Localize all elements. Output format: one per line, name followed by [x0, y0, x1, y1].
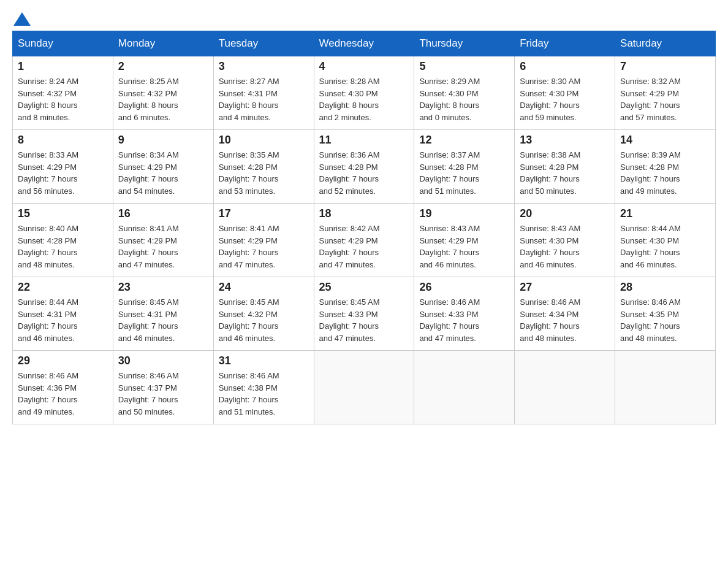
day-number: 8 — [18, 134, 108, 147]
day-info: Sunrise: 8:46 AMSunset: 4:35 PMDaylight:… — [620, 296, 710, 344]
calendar-cell: 19Sunrise: 8:43 AMSunset: 4:29 PMDayligh… — [414, 204, 515, 277]
day-number: 6 — [520, 60, 610, 73]
day-info: Sunrise: 8:36 AMSunset: 4:28 PMDaylight:… — [319, 149, 409, 197]
day-info: Sunrise: 8:44 AMSunset: 4:31 PMDaylight:… — [18, 296, 108, 344]
calendar-cell: 15Sunrise: 8:40 AMSunset: 4:28 PMDayligh… — [13, 204, 113, 277]
calendar-week-row: 8Sunrise: 8:33 AMSunset: 4:29 PMDaylight… — [13, 130, 716, 204]
day-header-monday: Monday — [113, 31, 213, 56]
day-info: Sunrise: 8:43 AMSunset: 4:29 PMDaylight:… — [419, 223, 509, 270]
day-info: Sunrise: 8:45 AMSunset: 4:31 PMDaylight:… — [118, 296, 208, 344]
calendar-week-row: 29Sunrise: 8:46 AMSunset: 4:36 PMDayligh… — [13, 351, 716, 424]
calendar-table: SundayMondayTuesdayWednesdayThursdayFrid… — [12, 31, 716, 424]
calendar-cell: 20Sunrise: 8:43 AMSunset: 4:30 PMDayligh… — [515, 204, 615, 277]
day-number: 9 — [118, 134, 208, 147]
day-header-friday: Friday — [515, 31, 615, 56]
day-info: Sunrise: 8:46 AMSunset: 4:34 PMDaylight:… — [520, 296, 610, 344]
day-info: Sunrise: 8:41 AMSunset: 4:29 PMDaylight:… — [118, 223, 208, 270]
day-info: Sunrise: 8:44 AMSunset: 4:30 PMDaylight:… — [620, 223, 710, 270]
logo-arrow-icon — [13, 12, 31, 26]
day-info: Sunrise: 8:28 AMSunset: 4:30 PMDaylight:… — [319, 75, 409, 123]
calendar-cell — [615, 351, 716, 424]
calendar-cell: 26Sunrise: 8:46 AMSunset: 4:33 PMDayligh… — [414, 277, 515, 351]
calendar-cell: 17Sunrise: 8:41 AMSunset: 4:29 PMDayligh… — [213, 204, 314, 277]
day-info: Sunrise: 8:46 AMSunset: 4:38 PMDaylight:… — [219, 370, 309, 418]
calendar-week-row: 15Sunrise: 8:40 AMSunset: 4:28 PMDayligh… — [13, 204, 716, 277]
day-info: Sunrise: 8:46 AMSunset: 4:33 PMDaylight:… — [419, 296, 509, 344]
calendar-week-row: 22Sunrise: 8:44 AMSunset: 4:31 PMDayligh… — [13, 277, 716, 351]
day-number: 18 — [319, 207, 409, 220]
calendar-header-row: SundayMondayTuesdayWednesdayThursdayFrid… — [13, 31, 716, 56]
day-number: 16 — [118, 207, 208, 220]
day-number: 17 — [219, 207, 309, 220]
day-header-sunday: Sunday — [13, 31, 113, 56]
day-number: 10 — [219, 134, 309, 147]
calendar-cell: 6Sunrise: 8:30 AMSunset: 4:30 PMDaylight… — [515, 56, 615, 130]
calendar-cell: 10Sunrise: 8:35 AMSunset: 4:28 PMDayligh… — [213, 130, 314, 204]
day-info: Sunrise: 8:45 AMSunset: 4:33 PMDaylight:… — [319, 296, 409, 344]
calendar-cell: 21Sunrise: 8:44 AMSunset: 4:30 PMDayligh… — [615, 204, 716, 277]
calendar-cell: 12Sunrise: 8:37 AMSunset: 4:28 PMDayligh… — [414, 130, 515, 204]
day-number: 7 — [620, 60, 710, 73]
day-number: 25 — [319, 281, 409, 294]
calendar-cell: 4Sunrise: 8:28 AMSunset: 4:30 PMDaylight… — [314, 56, 414, 130]
calendar-week-row: 1Sunrise: 8:24 AMSunset: 4:32 PMDaylight… — [13, 56, 716, 130]
day-header-wednesday: Wednesday — [314, 31, 414, 56]
day-number: 3 — [219, 60, 309, 73]
day-header-tuesday: Tuesday — [213, 31, 314, 56]
day-info: Sunrise: 8:34 AMSunset: 4:29 PMDaylight:… — [118, 149, 208, 197]
calendar-cell: 30Sunrise: 8:46 AMSunset: 4:37 PMDayligh… — [113, 351, 213, 424]
calendar-cell: 9Sunrise: 8:34 AMSunset: 4:29 PMDaylight… — [113, 130, 213, 204]
calendar-cell: 13Sunrise: 8:38 AMSunset: 4:28 PMDayligh… — [515, 130, 615, 204]
day-number: 27 — [520, 281, 610, 294]
day-number: 26 — [419, 281, 509, 294]
calendar-cell — [414, 351, 515, 424]
calendar-cell: 8Sunrise: 8:33 AMSunset: 4:29 PMDaylight… — [13, 130, 113, 204]
calendar-cell: 1Sunrise: 8:24 AMSunset: 4:32 PMDaylight… — [13, 56, 113, 130]
day-number: 22 — [18, 281, 108, 294]
calendar-cell: 5Sunrise: 8:29 AMSunset: 4:30 PMDaylight… — [414, 56, 515, 130]
calendar-cell: 16Sunrise: 8:41 AMSunset: 4:29 PMDayligh… — [113, 204, 213, 277]
calendar-cell: 22Sunrise: 8:44 AMSunset: 4:31 PMDayligh… — [13, 277, 113, 351]
day-info: Sunrise: 8:35 AMSunset: 4:28 PMDaylight:… — [219, 149, 309, 197]
calendar-cell: 24Sunrise: 8:45 AMSunset: 4:32 PMDayligh… — [213, 277, 314, 351]
calendar-cell: 31Sunrise: 8:46 AMSunset: 4:38 PMDayligh… — [213, 351, 314, 424]
calendar-cell: 29Sunrise: 8:46 AMSunset: 4:36 PMDayligh… — [13, 351, 113, 424]
day-number: 23 — [118, 281, 208, 294]
day-number: 28 — [620, 281, 710, 294]
day-info: Sunrise: 8:46 AMSunset: 4:36 PMDaylight:… — [18, 370, 108, 418]
day-number: 2 — [118, 60, 208, 73]
day-info: Sunrise: 8:32 AMSunset: 4:29 PMDaylight:… — [620, 75, 710, 123]
calendar-cell: 25Sunrise: 8:45 AMSunset: 4:33 PMDayligh… — [314, 277, 414, 351]
day-number: 14 — [620, 134, 710, 147]
day-header-thursday: Thursday — [414, 31, 515, 56]
calendar-cell: 18Sunrise: 8:42 AMSunset: 4:29 PMDayligh… — [314, 204, 414, 277]
day-number: 30 — [118, 354, 208, 367]
calendar-cell: 7Sunrise: 8:32 AMSunset: 4:29 PMDaylight… — [615, 56, 716, 130]
calendar-cell: 2Sunrise: 8:25 AMSunset: 4:32 PMDaylight… — [113, 56, 213, 130]
day-number: 24 — [219, 281, 309, 294]
day-info: Sunrise: 8:37 AMSunset: 4:28 PMDaylight:… — [419, 149, 509, 197]
day-number: 31 — [219, 354, 309, 367]
day-number: 29 — [18, 354, 108, 367]
day-info: Sunrise: 8:27 AMSunset: 4:31 PMDaylight:… — [219, 75, 309, 123]
day-info: Sunrise: 8:39 AMSunset: 4:28 PMDaylight:… — [620, 149, 710, 197]
day-info: Sunrise: 8:46 AMSunset: 4:37 PMDaylight:… — [118, 370, 208, 418]
logo — [12, 12, 31, 25]
calendar-cell: 28Sunrise: 8:46 AMSunset: 4:35 PMDayligh… — [615, 277, 716, 351]
day-info: Sunrise: 8:24 AMSunset: 4:32 PMDaylight:… — [18, 75, 108, 123]
day-number: 20 — [520, 207, 610, 220]
day-info: Sunrise: 8:38 AMSunset: 4:28 PMDaylight:… — [520, 149, 610, 197]
day-number: 19 — [419, 207, 509, 220]
day-number: 21 — [620, 207, 710, 220]
calendar-cell: 3Sunrise: 8:27 AMSunset: 4:31 PMDaylight… — [213, 56, 314, 130]
calendar-cell: 14Sunrise: 8:39 AMSunset: 4:28 PMDayligh… — [615, 130, 716, 204]
calendar-cell: 11Sunrise: 8:36 AMSunset: 4:28 PMDayligh… — [314, 130, 414, 204]
day-number: 13 — [520, 134, 610, 147]
day-number: 1 — [18, 60, 108, 73]
calendar-cell: 27Sunrise: 8:46 AMSunset: 4:34 PMDayligh… — [515, 277, 615, 351]
day-info: Sunrise: 8:29 AMSunset: 4:30 PMDaylight:… — [419, 75, 509, 123]
day-info: Sunrise: 8:30 AMSunset: 4:30 PMDaylight:… — [520, 75, 610, 123]
day-info: Sunrise: 8:40 AMSunset: 4:28 PMDaylight:… — [18, 223, 108, 270]
day-info: Sunrise: 8:42 AMSunset: 4:29 PMDaylight:… — [319, 223, 409, 270]
day-info: Sunrise: 8:25 AMSunset: 4:32 PMDaylight:… — [118, 75, 208, 123]
